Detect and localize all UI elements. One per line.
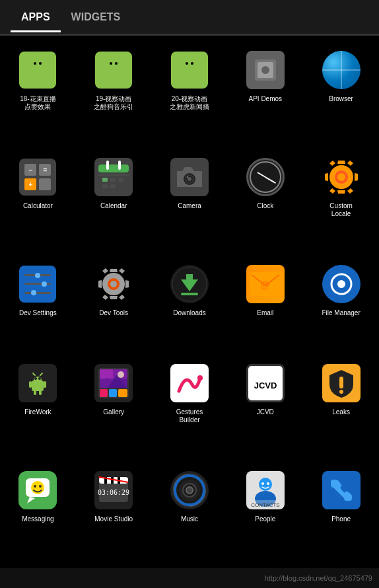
app-label-firework: FireWork bbox=[24, 408, 51, 416]
app-item-phone[interactable]: Phone bbox=[303, 462, 379, 562]
app-icon-19 bbox=[92, 49, 135, 91]
calendar-svg bbox=[97, 161, 130, 194]
slider-row-2 bbox=[24, 283, 51, 285]
svg-rect-65 bbox=[109, 389, 117, 397]
app-item-gestures-builder[interactable]: GesturesBuilder bbox=[152, 355, 228, 462]
calc-btn-plus: + bbox=[24, 178, 36, 190]
svg-rect-4 bbox=[98, 165, 129, 172]
app-item-api-demos[interactable]: API Demos bbox=[227, 42, 303, 149]
app-item-email[interactable]: @ Email bbox=[227, 256, 303, 355]
app-label-calendar: Calendar bbox=[100, 202, 127, 210]
devset-icon-inner bbox=[19, 266, 56, 303]
app-icon-18 bbox=[17, 49, 59, 91]
svg-marker-29 bbox=[110, 269, 118, 272]
app-icon-custom-locale bbox=[320, 156, 362, 198]
svg-point-47 bbox=[337, 280, 345, 288]
svg-rect-10 bbox=[118, 178, 123, 182]
svg-point-99 bbox=[261, 482, 264, 485]
app-label-messaging: Messaging bbox=[22, 515, 53, 523]
calc-btn-minus: − bbox=[24, 164, 36, 176]
app-item-music[interactable]: Music bbox=[152, 462, 228, 562]
app-item-browser[interactable]: Browser bbox=[303, 42, 379, 149]
download-svg bbox=[172, 266, 207, 302]
movie-icon-inner: 03:06:29 bbox=[94, 471, 133, 509]
svg-point-16 bbox=[188, 177, 191, 181]
app-icon-email: @ bbox=[244, 263, 287, 305]
svg-marker-36 bbox=[119, 295, 125, 300]
api-svg bbox=[252, 57, 279, 83]
app-label-api-demos: API Demos bbox=[249, 95, 283, 103]
android-robot bbox=[27, 57, 48, 84]
gear-orange-svg bbox=[323, 159, 360, 196]
music-svg bbox=[170, 471, 209, 509]
app-item-camera[interactable]: Camera bbox=[152, 149, 228, 256]
app-item-downloads[interactable]: Downloads bbox=[152, 256, 228, 355]
app-item-clock[interactable]: Clock bbox=[227, 149, 303, 256]
app-item-leaks[interactable]: Leaks bbox=[303, 355, 379, 462]
app-item-people[interactable]: CONTACTS People bbox=[227, 462, 303, 562]
app-label-calculator: Calculator bbox=[23, 202, 53, 210]
camera-icon-inner bbox=[170, 158, 209, 196]
app-item-dev-tools[interactable]: Dev Tools bbox=[76, 256, 152, 355]
app-icon-dev-settings bbox=[17, 263, 59, 305]
svg-marker-23 bbox=[347, 161, 353, 166]
app-item-19[interactable]: 19-视察动画之酷狗音乐引 bbox=[76, 42, 152, 149]
tab-widgets[interactable]: WIDGETS bbox=[61, 2, 131, 32]
app-item-messaging[interactable]: Messaging bbox=[0, 462, 76, 562]
app-item-file-manager[interactable]: File Manager bbox=[303, 256, 379, 355]
clock-icon-inner bbox=[246, 158, 285, 196]
app-icon-calendar bbox=[92, 156, 135, 198]
clock-hand-minute bbox=[265, 176, 275, 183]
calendar-icon-inner bbox=[94, 158, 133, 196]
app-item-jcvd[interactable]: JCVD JCVD bbox=[227, 355, 303, 462]
app-icon-gallery bbox=[92, 362, 135, 404]
gallery-icon-inner bbox=[94, 364, 133, 402]
app-item-custom-locale[interactable]: CustomLocale bbox=[303, 149, 379, 256]
app-item-20[interactable]: 20-视察动画之雅虎新闻摘 bbox=[152, 42, 228, 149]
app-label-jcvd: JCVD bbox=[257, 408, 274, 416]
app-icon-dev-tools bbox=[92, 263, 135, 305]
app-item-calendar[interactable]: Calendar bbox=[76, 149, 152, 256]
app-item-movie-studio[interactable]: 03:06:29 Movie Studio bbox=[76, 462, 152, 562]
app-label-20: 20-视察动画之雅虎新闻摘 bbox=[170, 95, 209, 111]
app-icon-calculator: − = + bbox=[17, 156, 59, 198]
svg-text:03:06:29: 03:06:29 bbox=[98, 489, 129, 496]
app-icon-clock bbox=[244, 156, 287, 198]
tab-apps[interactable]: APPS bbox=[11, 2, 61, 32]
svg-rect-6 bbox=[118, 161, 121, 170]
app-header: APPS WIDGETS bbox=[0, 0, 379, 34]
svg-rect-64 bbox=[100, 389, 108, 397]
slider-thumb-3 bbox=[31, 290, 36, 295]
svg-point-69 bbox=[118, 371, 124, 378]
leaks-svg bbox=[324, 366, 359, 400]
app-item-gallery[interactable]: Gallery bbox=[76, 355, 152, 462]
app-label-browser: Browser bbox=[329, 95, 353, 103]
svg-point-17 bbox=[187, 176, 188, 178]
app-label-19: 19-视察动画之酷狗音乐引 bbox=[94, 95, 133, 111]
app-label-movie-studio: Movie Studio bbox=[94, 515, 133, 523]
svg-marker-24 bbox=[329, 188, 335, 194]
svg-marker-21 bbox=[355, 173, 358, 181]
app-label-18: 18-花束直播点赞效果 bbox=[20, 95, 55, 111]
app-item-firework[interactable]: FireWork bbox=[0, 355, 76, 462]
app-item-dev-settings[interactable]: Dev Settings bbox=[0, 256, 76, 355]
email-icon-inner: @ bbox=[246, 265, 285, 303]
app-label-music: Music bbox=[181, 515, 198, 523]
svg-point-39 bbox=[110, 281, 117, 287]
svg-marker-33 bbox=[102, 268, 108, 274]
app-label-dev-settings: Dev Settings bbox=[19, 309, 57, 317]
svg-point-28 bbox=[337, 173, 345, 181]
file-icon-inner bbox=[322, 265, 361, 303]
svg-marker-31 bbox=[98, 280, 102, 288]
svg-rect-5 bbox=[106, 161, 109, 170]
gear-white-svg bbox=[96, 266, 131, 302]
app-item-calculator[interactable]: − = + Calculator bbox=[0, 149, 76, 256]
svg-marker-20 bbox=[325, 173, 328, 181]
slider-row-3 bbox=[24, 292, 51, 294]
clock-hand-hour bbox=[257, 172, 265, 178]
app-icon-firework bbox=[17, 362, 59, 404]
app-item-18[interactable]: 18-花束直播点赞效果 bbox=[0, 42, 76, 149]
svg-rect-8 bbox=[102, 178, 108, 182]
app-icon-camera bbox=[168, 156, 211, 198]
svg-point-100 bbox=[267, 482, 269, 485]
